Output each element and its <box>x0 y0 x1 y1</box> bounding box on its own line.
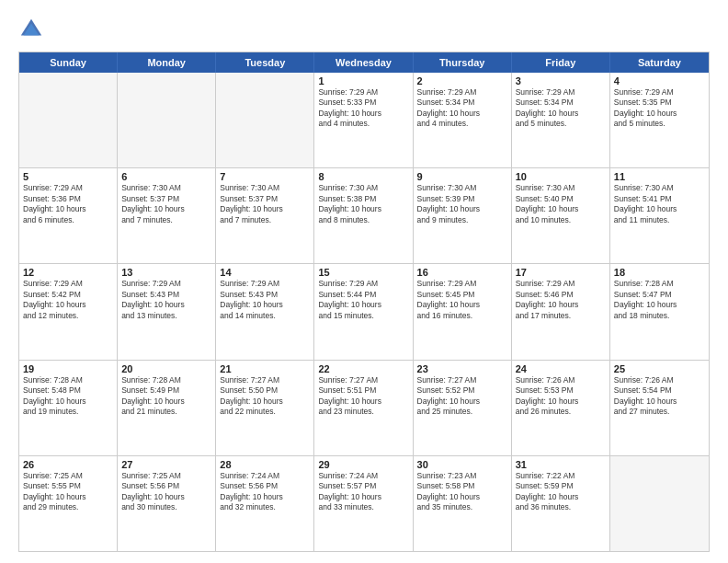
cell-info-line: and 18 minutes. <box>614 311 705 321</box>
cell-info-line: and 33 minutes. <box>318 502 408 512</box>
day-number: 27 <box>121 459 211 470</box>
cell-info-line: Sunrise: 7:29 AM <box>417 279 507 289</box>
cell-info-line: Daylight: 10 hours <box>516 204 606 214</box>
cell-info-line: Sunset: 5:40 PM <box>516 194 606 204</box>
cell-info-line: Sunrise: 7:26 AM <box>516 375 606 385</box>
cell-info-line: and 9 minutes. <box>417 215 507 225</box>
cell-info-line: and 29 minutes. <box>23 502 113 512</box>
cell-info-line: Daylight: 10 hours <box>121 492 211 502</box>
cell-info-line: Sunrise: 7:28 AM <box>121 375 211 385</box>
day-cell-25: 25Sunrise: 7:26 AMSunset: 5:54 PMDayligh… <box>610 361 709 455</box>
day-cell-1: 1Sunrise: 7:29 AMSunset: 5:33 PMDaylight… <box>314 73 413 167</box>
cell-info-line: Daylight: 10 hours <box>516 109 606 119</box>
cell-info-line: Sunset: 5:44 PM <box>318 290 408 300</box>
cell-info-line: Sunset: 5:56 PM <box>121 481 211 491</box>
cell-info-line: Sunset: 5:34 PM <box>417 98 507 108</box>
cell-info-line: and 11 minutes. <box>614 215 705 225</box>
day-cell-23: 23Sunrise: 7:27 AMSunset: 5:52 PMDayligh… <box>414 361 512 455</box>
cell-info-line: Sunrise: 7:29 AM <box>220 279 310 289</box>
cell-info-line: and 27 minutes. <box>614 407 705 417</box>
cell-info-line: Sunrise: 7:29 AM <box>23 183 113 193</box>
day-cell-30: 30Sunrise: 7:23 AMSunset: 5:58 PMDayligh… <box>414 456 512 551</box>
cell-info-line: Sunset: 5:54 PM <box>614 385 705 396</box>
cell-info-line: Sunset: 5:43 PM <box>121 290 211 300</box>
logo <box>18 17 48 42</box>
cell-info-line: and 5 minutes. <box>516 119 606 129</box>
day-number: 12 <box>23 267 113 278</box>
day-number: 26 <box>23 459 113 470</box>
cell-info-line: Sunset: 5:59 PM <box>516 481 606 491</box>
day-number: 13 <box>121 267 211 278</box>
cell-info-line: and 17 minutes. <box>516 311 606 321</box>
cell-info-line: Sunset: 5:36 PM <box>23 194 113 204</box>
cell-info-line: and 22 minutes. <box>220 407 310 417</box>
cell-info-line: Sunrise: 7:30 AM <box>417 183 507 193</box>
cell-info-line: and 10 minutes. <box>516 215 606 225</box>
calendar: SundayMondayTuesdayWednesdayThursdayFrid… <box>18 52 710 552</box>
day-cell-3: 3Sunrise: 7:29 AMSunset: 5:34 PMDaylight… <box>512 73 610 167</box>
cell-info-line: Daylight: 10 hours <box>614 109 705 119</box>
cell-info-line: Daylight: 10 hours <box>220 492 310 502</box>
cell-info-line: Daylight: 10 hours <box>23 492 113 502</box>
day-number: 24 <box>516 363 606 374</box>
cell-info-line: Sunset: 5:48 PM <box>23 385 113 396</box>
cell-info-line: Daylight: 10 hours <box>220 396 310 407</box>
cell-info-line: Sunset: 5:49 PM <box>121 385 211 396</box>
cell-info-line: Daylight: 10 hours <box>23 204 113 214</box>
calendar-body: 1Sunrise: 7:29 AMSunset: 5:33 PMDaylight… <box>19 73 709 551</box>
calendar-row-3: 19Sunrise: 7:28 AMSunset: 5:48 PMDayligh… <box>19 360 709 455</box>
cell-info-line: Daylight: 10 hours <box>318 396 408 407</box>
cell-info-line: Sunrise: 7:29 AM <box>318 279 408 289</box>
cell-info-line: Sunrise: 7:30 AM <box>614 183 705 193</box>
day-number: 1 <box>318 75 408 86</box>
day-cell-18: 18Sunrise: 7:28 AMSunset: 5:47 PMDayligh… <box>610 264 709 359</box>
day-number: 29 <box>318 459 408 470</box>
cell-info-line: and 21 minutes. <box>121 407 211 417</box>
weekday-header-thursday: Thursday <box>414 52 512 73</box>
cell-info-line: Daylight: 10 hours <box>417 109 507 119</box>
day-number: 2 <box>417 75 507 86</box>
day-number: 5 <box>23 171 113 182</box>
cell-info-line: Sunset: 5:47 PM <box>614 290 705 300</box>
day-cell-15: 15Sunrise: 7:29 AMSunset: 5:44 PMDayligh… <box>314 264 413 359</box>
day-cell-21: 21Sunrise: 7:27 AMSunset: 5:50 PMDayligh… <box>216 361 314 455</box>
day-number: 15 <box>318 267 408 278</box>
cell-info-line: Daylight: 10 hours <box>23 300 113 310</box>
cell-info-line: Sunrise: 7:29 AM <box>417 87 507 98</box>
cell-info-line: Sunrise: 7:30 AM <box>516 183 606 193</box>
weekday-header-sunday: Sunday <box>19 52 118 73</box>
day-cell-11: 11Sunrise: 7:30 AMSunset: 5:41 PMDayligh… <box>610 168 709 263</box>
day-number: 18 <box>614 267 705 278</box>
calendar-row-1: 5Sunrise: 7:29 AMSunset: 5:36 PMDaylight… <box>19 167 709 263</box>
day-number: 20 <box>121 363 211 374</box>
day-cell-9: 9Sunrise: 7:30 AMSunset: 5:39 PMDaylight… <box>414 168 512 263</box>
cell-info-line: Sunset: 5:45 PM <box>417 290 507 300</box>
day-number: 16 <box>417 267 507 278</box>
day-number: 30 <box>417 459 507 470</box>
cell-info-line: Daylight: 10 hours <box>417 204 507 214</box>
day-cell-27: 27Sunrise: 7:25 AMSunset: 5:56 PMDayligh… <box>118 456 216 551</box>
cell-info-line: and 6 minutes. <box>23 215 113 225</box>
weekday-header-saturday: Saturday <box>610 52 709 73</box>
day-number: 28 <box>220 459 310 470</box>
day-cell-13: 13Sunrise: 7:29 AMSunset: 5:43 PMDayligh… <box>118 264 216 359</box>
cell-info-line: Daylight: 10 hours <box>417 492 507 502</box>
cell-info-line: and 25 minutes. <box>417 407 507 417</box>
day-cell-4: 4Sunrise: 7:29 AMSunset: 5:35 PMDaylight… <box>610 73 709 167</box>
cell-info-line: and 19 minutes. <box>23 407 113 417</box>
cell-info-line: Sunset: 5:57 PM <box>318 481 408 491</box>
cell-info-line: Sunrise: 7:29 AM <box>516 87 606 98</box>
day-cell-29: 29Sunrise: 7:24 AMSunset: 5:57 PMDayligh… <box>314 456 413 551</box>
day-cell-17: 17Sunrise: 7:29 AMSunset: 5:46 PMDayligh… <box>512 264 610 359</box>
cell-info-line: Sunrise: 7:29 AM <box>23 279 113 289</box>
day-number: 10 <box>516 171 606 182</box>
day-number: 6 <box>121 171 211 182</box>
cell-info-line: and 13 minutes. <box>121 311 211 321</box>
cell-info-line: Daylight: 10 hours <box>220 300 310 310</box>
day-number: 31 <box>516 459 606 470</box>
cell-info-line: Sunrise: 7:30 AM <box>318 183 408 193</box>
day-cell-14: 14Sunrise: 7:29 AMSunset: 5:43 PMDayligh… <box>216 264 314 359</box>
cell-info-line: Daylight: 10 hours <box>614 300 705 310</box>
calendar-row-2: 12Sunrise: 7:29 AMSunset: 5:42 PMDayligh… <box>19 263 709 359</box>
cell-info-line: and 30 minutes. <box>121 502 211 512</box>
